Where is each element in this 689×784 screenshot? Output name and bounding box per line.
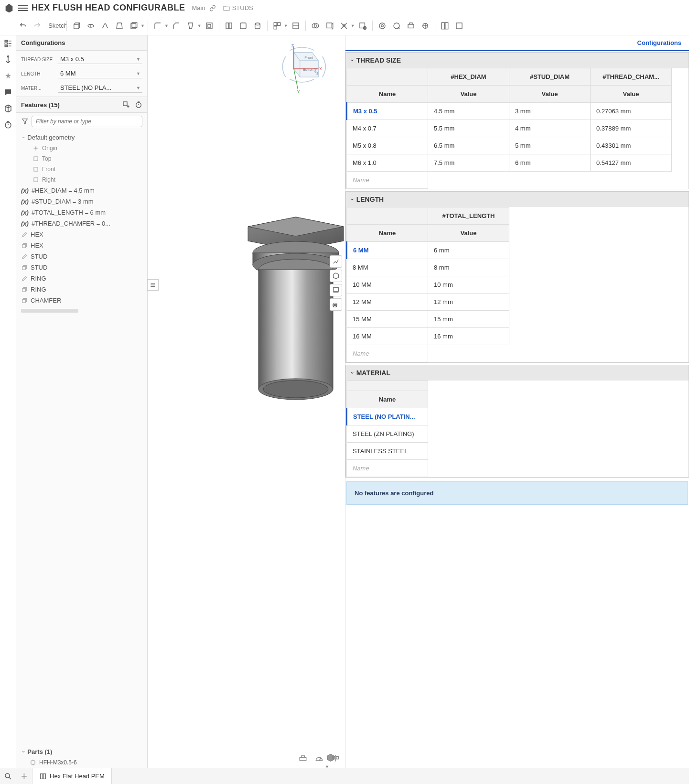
sweep-icon[interactable] bbox=[98, 19, 112, 33]
add-row-placeholder[interactable]: Name bbox=[347, 460, 428, 477]
parts-header[interactable]: ›Parts (1) bbox=[16, 746, 147, 757]
onshape-logo-icon[interactable] bbox=[4, 3, 14, 13]
chevron-icon[interactable]: › bbox=[350, 198, 355, 200]
geometry-item[interactable]: Right bbox=[16, 174, 147, 185]
tool-icon[interactable] bbox=[404, 19, 418, 33]
table-row-name[interactable]: 12 MM bbox=[347, 294, 428, 311]
3d-canvas[interactable]: Front Right Bottom Z X Y ▼ bbox=[148, 35, 345, 768]
table-row-name[interactable]: 8 MM bbox=[347, 259, 428, 276]
feature-item[interactable]: HEX bbox=[16, 229, 147, 240]
table-cell[interactable]: 12 mm bbox=[428, 294, 509, 311]
feature-item[interactable]: STUD bbox=[16, 251, 147, 262]
part-studio-tab[interactable]: Hex Flat Head PEM bbox=[32, 768, 112, 784]
tool-icon[interactable] bbox=[289, 19, 302, 33]
table-cell[interactable]: 5.5 mm bbox=[428, 120, 509, 137]
side-tool-icon[interactable] bbox=[330, 255, 342, 268]
tool-icon[interactable] bbox=[323, 19, 336, 33]
loft-icon[interactable] bbox=[113, 19, 126, 33]
table-cell[interactable]: 16 mm bbox=[428, 328, 509, 345]
variable-item[interactable]: (x)#STUD_DIAM = 3 mm bbox=[16, 196, 147, 207]
part-item[interactable]: HFH-M3x0.5-6 bbox=[16, 757, 147, 768]
thicken-icon[interactable] bbox=[127, 19, 140, 33]
add-row-placeholder[interactable]: Name bbox=[347, 345, 428, 362]
extrude-icon[interactable] bbox=[70, 19, 83, 33]
rail-comment-icon[interactable] bbox=[3, 87, 13, 98]
table-row-name[interactable]: M5 x 0.8 bbox=[347, 137, 428, 154]
feature-item[interactable]: RING bbox=[16, 273, 147, 284]
table-cell[interactable]: 5 mm bbox=[509, 137, 591, 154]
bottom-tool-icon[interactable] bbox=[298, 753, 308, 763]
default-geometry-group[interactable]: ›Default geometry bbox=[16, 132, 147, 143]
rail-cube-icon[interactable] bbox=[3, 103, 13, 114]
chamfer-icon[interactable] bbox=[170, 19, 183, 33]
chevron-icon[interactable]: › bbox=[350, 59, 355, 61]
menu-icon[interactable] bbox=[18, 3, 28, 13]
delete-icon[interactable] bbox=[356, 19, 369, 33]
table-cell[interactable]: 0.54127 mm bbox=[591, 154, 672, 172]
table-row-name[interactable]: STEEL (ZN PLATING) bbox=[347, 425, 428, 443]
tool-icon[interactable] bbox=[337, 19, 351, 33]
configurations-tab[interactable]: Configurations bbox=[345, 35, 689, 51]
table-cell[interactable]: 7.5 mm bbox=[428, 154, 509, 172]
table-row-name[interactable]: 6 MM bbox=[347, 242, 428, 259]
rail-appearance-icon[interactable] bbox=[3, 71, 13, 81]
table-row-name[interactable]: 16 MM bbox=[347, 328, 428, 345]
material-config[interactable]: MATER... STEEL (NO PLA...▼ bbox=[21, 83, 142, 93]
filter-input[interactable] bbox=[32, 116, 142, 127]
link-icon[interactable] bbox=[209, 5, 216, 11]
revolve-icon[interactable] bbox=[84, 19, 97, 33]
dropdown-icon[interactable]: ▼ bbox=[351, 23, 355, 28]
tool-icon[interactable] bbox=[452, 19, 466, 33]
bottom-tool-icon[interactable] bbox=[314, 753, 324, 763]
chevron-icon[interactable]: › bbox=[350, 372, 355, 374]
side-tool-icon[interactable] bbox=[330, 270, 342, 282]
table-cell[interactable]: 8 mm bbox=[428, 259, 509, 276]
tool-icon[interactable] bbox=[438, 19, 452, 33]
table-cell[interactable]: 0.37889 mm bbox=[591, 120, 672, 137]
table-cell[interactable]: 0.27063 mm bbox=[591, 103, 672, 120]
shell-icon[interactable] bbox=[203, 19, 216, 33]
sketch-button[interactable]: Sketch bbox=[50, 19, 64, 33]
table-cell[interactable]: 6 mm bbox=[509, 154, 591, 172]
side-tool-icon[interactable]: (x) bbox=[330, 298, 342, 311]
table-cell[interactable]: 4 mm bbox=[509, 120, 591, 137]
filter-icon[interactable] bbox=[21, 118, 29, 125]
geometry-item[interactable]: Front bbox=[16, 164, 147, 174]
tool-icon[interactable] bbox=[251, 19, 264, 33]
table-cell[interactable]: 6.5 mm bbox=[428, 137, 509, 154]
rail-timer-icon[interactable] bbox=[3, 120, 13, 130]
bottom-tool-icon[interactable] bbox=[331, 753, 340, 763]
tool-icon[interactable] bbox=[419, 19, 432, 33]
variable-item[interactable]: (x)#TOTAL_LENGTH = 6 mm bbox=[16, 207, 147, 218]
table-cell[interactable]: 10 mm bbox=[428, 276, 509, 294]
dropdown-icon[interactable]: ▼ bbox=[140, 23, 145, 28]
timer-icon[interactable] bbox=[135, 101, 142, 109]
feature-item[interactable]: STUD bbox=[16, 262, 147, 273]
redo-button[interactable] bbox=[31, 19, 44, 33]
add-tab-button[interactable]: + bbox=[16, 768, 32, 784]
search-tab-icon[interactable] bbox=[0, 768, 16, 784]
length-config[interactable]: LENGTH 6 MM▼ bbox=[21, 69, 142, 78]
dropdown-icon[interactable]: ▼ bbox=[284, 23, 288, 28]
table-row-name[interactable]: M4 x 0.7 bbox=[347, 120, 428, 137]
variable-item[interactable]: (x)#HEX_DIAM = 4.5 mm bbox=[16, 185, 147, 196]
table-cell[interactable]: 3 mm bbox=[509, 103, 591, 120]
add-row-placeholder[interactable]: Name bbox=[347, 172, 428, 189]
draft-icon[interactable] bbox=[184, 19, 197, 33]
dropdown-icon[interactable]: ▼ bbox=[164, 23, 169, 28]
rollback-bar[interactable] bbox=[21, 309, 78, 313]
tool-icon[interactable] bbox=[376, 19, 389, 33]
view-cube[interactable]: Front Right Bottom Z X Y bbox=[273, 40, 331, 98]
feature-item[interactable]: CHAMFER bbox=[16, 295, 147, 306]
boolean-icon[interactable] bbox=[309, 19, 322, 33]
table-cell[interactable]: 4.5 mm bbox=[428, 103, 509, 120]
add-feature-icon[interactable] bbox=[122, 101, 130, 109]
table-cell[interactable]: 6 mm bbox=[428, 242, 509, 259]
side-tool-icon[interactable] bbox=[330, 284, 342, 296]
variable-item[interactable]: (x)#THREAD_CHAMFER = 0... bbox=[16, 218, 147, 229]
table-cell[interactable]: 15 mm bbox=[428, 311, 509, 328]
rail-insert-icon[interactable] bbox=[3, 54, 13, 65]
table-row-name[interactable]: 15 MM bbox=[347, 311, 428, 328]
table-row-name[interactable]: STEEL (NO PLATIN... bbox=[347, 408, 428, 425]
breadcrumb[interactable]: STUDS bbox=[223, 4, 253, 12]
